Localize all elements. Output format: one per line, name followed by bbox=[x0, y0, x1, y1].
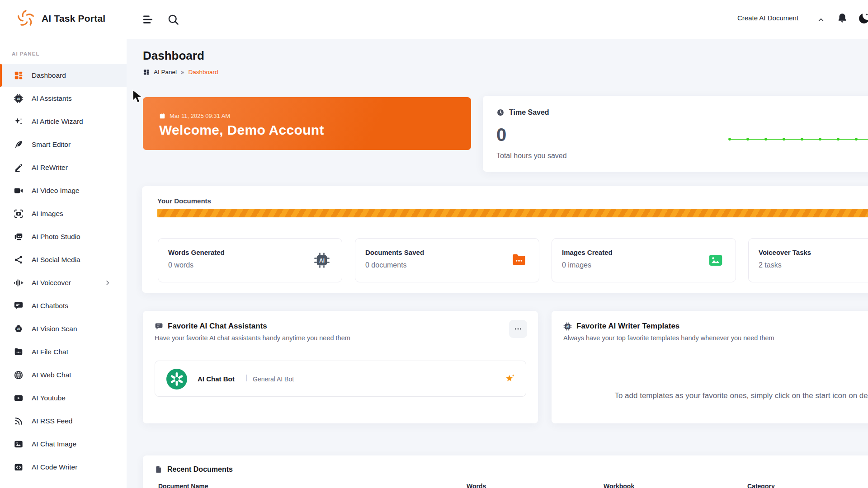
sidebar-item-smart-editor[interactable]: Smart Editor bbox=[0, 133, 127, 156]
folder-icon bbox=[14, 347, 24, 357]
sidebar-item-ai-photo-studio[interactable]: AI Photo Studio bbox=[0, 225, 127, 248]
sidebar-item-label: Dashboard bbox=[32, 71, 66, 80]
welcome-banner: Mar 11, 2025 09:31 AM Welcome, Demo Acco… bbox=[143, 97, 471, 150]
stat-value: 0 images bbox=[562, 261, 591, 269]
camera-icon bbox=[14, 209, 24, 219]
moon-icon[interactable] bbox=[857, 12, 868, 25]
svg-text:AI: AI bbox=[319, 258, 325, 264]
sidebar-item-ai-social-media[interactable]: AI Social Media bbox=[0, 248, 127, 271]
svg-text:AI: AI bbox=[566, 324, 569, 328]
sidebar-item-label: AI Web Chat bbox=[32, 371, 71, 379]
stat-card-images-created: Images Created0 images bbox=[552, 238, 736, 282]
your-documents-title: Your Documents bbox=[157, 197, 211, 205]
sidebar-item-dashboard[interactable]: Dashboard bbox=[0, 64, 127, 87]
create-ai-document-button[interactable]: Create AI Document bbox=[737, 14, 798, 22]
stat-title: Words Generated bbox=[168, 249, 225, 256]
sidebar-item-ai-voiceover[interactable]: AI Voiceover bbox=[0, 271, 127, 294]
sidebar-item-label: Smart Editor bbox=[32, 141, 71, 149]
star-icon[interactable] bbox=[504, 373, 516, 385]
chip-icon: AI bbox=[14, 94, 24, 103]
sidebar-item-label: AI Chatbots bbox=[32, 302, 68, 310]
share-icon bbox=[14, 255, 24, 265]
breadcrumb-root[interactable]: AI Panel bbox=[154, 69, 177, 75]
recent-documents-card: Recent Documents Document NameWordsWorkb… bbox=[143, 455, 868, 488]
sidebar: AI PANEL DashboardAIAI AssistantsAI Arti… bbox=[0, 39, 127, 488]
favorite-chat-assistants-card: Favorite AI Chat Assistants Have your fa… bbox=[143, 311, 538, 423]
chat-bot-list-item[interactable]: AI Chat Bot | General AI Bot bbox=[155, 361, 526, 397]
sidebar-item-ai-article-wizard[interactable]: AI Article Wizard bbox=[0, 110, 127, 133]
chip-icon: AI bbox=[563, 322, 572, 331]
quill-icon bbox=[14, 140, 24, 150]
favorite-templates-header: AI Favorite AI Writer Templates bbox=[563, 322, 679, 331]
video-icon bbox=[14, 186, 24, 196]
menu-icon[interactable] bbox=[141, 13, 155, 26]
svg-text:AI: AI bbox=[17, 327, 20, 330]
openai-icon bbox=[166, 368, 188, 390]
sidebar-item-ai-chat-image[interactable]: AI Chat Image bbox=[0, 432, 127, 455]
sidebar-item-label: AI Voiceover bbox=[32, 279, 71, 287]
sidebar-item-ai-chatbots[interactable]: AI Chatbots bbox=[0, 294, 127, 317]
header: AI Task Portal Create AI Document bbox=[0, 0, 868, 39]
bell-icon[interactable] bbox=[836, 12, 848, 24]
favorite-writer-templates-card: AI Favorite AI Writer Templates Always h… bbox=[552, 311, 868, 423]
rss-icon bbox=[14, 416, 24, 426]
stat-value: 0 documents bbox=[365, 261, 407, 269]
globe-icon bbox=[14, 370, 24, 380]
chevron-up-icon[interactable] bbox=[816, 15, 826, 25]
recent-documents-header: Recent Documents bbox=[155, 465, 233, 474]
welcome-title: Welcome, Demo Account bbox=[159, 122, 324, 138]
sidebar-item-label: AI Code Writer bbox=[32, 463, 77, 471]
sidebar-item-label: AI Images bbox=[32, 210, 63, 218]
clock-icon bbox=[496, 108, 505, 117]
favorite-chat-menu-button[interactable] bbox=[509, 320, 527, 338]
sidebar-item-label: AI Vision Scan bbox=[32, 325, 77, 333]
chat-bot-divider: | bbox=[245, 374, 247, 382]
sidebar-item-ai-file-chat[interactable]: AI File Chat bbox=[0, 340, 127, 363]
sidebar-item-ai-web-chat[interactable]: AI Web Chat bbox=[0, 363, 127, 386]
grid-icon bbox=[143, 69, 150, 75]
documents-progress-bar bbox=[157, 209, 868, 217]
time-saved-header: Time Saved bbox=[496, 108, 549, 117]
photos-icon bbox=[14, 232, 24, 242]
time-saved-value: 0 bbox=[496, 125, 506, 145]
sidebar-item-ai-youtube[interactable]: AI Youtube bbox=[0, 386, 127, 409]
stat-value: 2 tasks bbox=[759, 261, 782, 269]
folder-icon bbox=[511, 252, 527, 268]
sidebar-item-label: AI Social Media bbox=[32, 256, 80, 264]
stat-title: Documents Saved bbox=[365, 249, 424, 256]
waveform-icon bbox=[14, 278, 24, 288]
sidebar-item-ai-code-writer[interactable]: AI Code Writer bbox=[0, 455, 127, 479]
favorite-chat-subtitle: Have your favorite AI chat assistants ha… bbox=[155, 334, 350, 342]
grid-icon bbox=[14, 70, 24, 80]
sidebar-item-label: AI File Chat bbox=[32, 348, 68, 356]
sidebar-item-ai-rewriter[interactable]: AI ReWriter bbox=[0, 156, 127, 179]
favorite-chat-header: Favorite AI Chat Assistants bbox=[155, 322, 267, 331]
search-icon[interactable] bbox=[166, 13, 180, 26]
breadcrumb: AI Panel » Dashboard bbox=[143, 69, 218, 75]
breadcrumb-separator: » bbox=[181, 69, 184, 75]
time-saved-sparkline bbox=[728, 134, 868, 145]
column-header-words: Words bbox=[467, 483, 486, 488]
stat-card-words-generated: Words Generated0 wordsAI bbox=[158, 238, 342, 282]
stat-title: Voiceover Tasks bbox=[759, 249, 811, 256]
sidebar-item-ai-vision-scan[interactable]: AIAI Vision Scan bbox=[0, 317, 127, 340]
youtube-icon bbox=[14, 393, 24, 403]
sidebar-item-label: AI Chat Image bbox=[32, 440, 76, 448]
chip-icon: AI bbox=[314, 252, 330, 268]
favorite-templates-subtitle: Always have your top favorite templates … bbox=[563, 334, 774, 342]
sidebar-item-ai-assistants[interactable]: AIAI Assistants bbox=[0, 87, 127, 110]
sidebar-item-ai-rss-feed[interactable]: AI RSS Feed bbox=[0, 409, 127, 432]
sidebar-item-label: AI Photo Studio bbox=[32, 233, 80, 241]
column-header-category: Category bbox=[747, 483, 775, 488]
app-logo[interactable]: AI Task Portal bbox=[15, 8, 105, 29]
welcome-date: Mar 11, 2025 09:31 AM bbox=[159, 113, 230, 119]
document-icon bbox=[155, 465, 163, 474]
brain-icon: AI bbox=[14, 324, 24, 334]
sidebar-item-ai-video-image[interactable]: AI Video Image bbox=[0, 179, 127, 202]
dots-icon bbox=[514, 324, 523, 333]
stat-card-documents-saved: Documents Saved0 documents bbox=[355, 238, 539, 282]
svg-text:AI: AI bbox=[17, 96, 20, 100]
stat-title: Images Created bbox=[562, 249, 613, 256]
time-saved-card: Time Saved 0 Total hours you saved bbox=[483, 96, 868, 172]
sidebar-item-ai-images[interactable]: AI Images bbox=[0, 202, 127, 225]
